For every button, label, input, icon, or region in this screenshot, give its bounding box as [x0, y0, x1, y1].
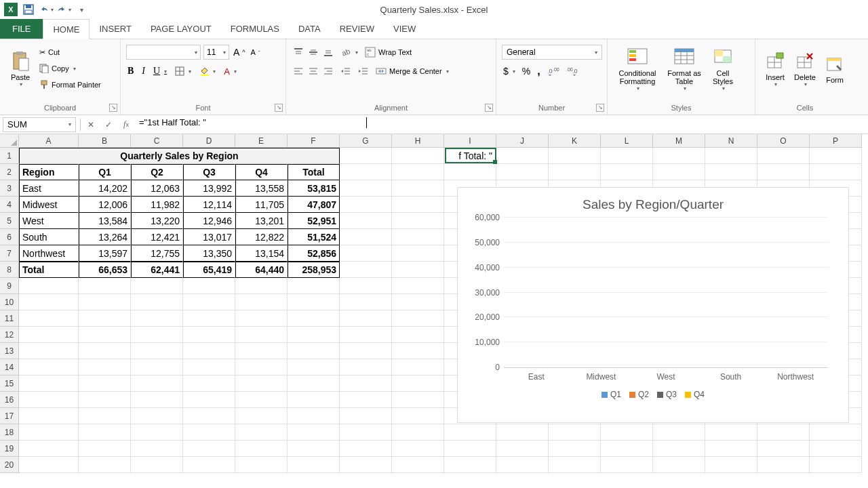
cell[interactable]: Region — [19, 164, 79, 180]
cell[interactable] — [288, 343, 340, 359]
row-header[interactable]: 12 — [0, 327, 19, 343]
tab-home[interactable]: HOME — [43, 19, 90, 39]
cell[interactable] — [496, 441, 549, 457]
cell[interactable] — [79, 310, 131, 327]
format-cells-button[interactable]: Form — [821, 52, 849, 85]
col-header[interactable]: D — [183, 134, 235, 148]
col-header[interactable]: E — [235, 134, 288, 148]
cell[interactable] — [183, 294, 235, 310]
row-header[interactable]: 13 — [0, 343, 19, 359]
cell[interactable] — [288, 457, 340, 473]
cancel-formula-icon[interactable]: ✕ — [82, 117, 100, 132]
cell[interactable] — [288, 278, 340, 294]
cell[interactable] — [810, 164, 862, 180]
cell[interactable] — [131, 278, 183, 294]
cell[interactable] — [601, 457, 653, 473]
cell[interactable] — [757, 441, 810, 457]
col-header[interactable]: M — [653, 134, 705, 148]
cell[interactable] — [131, 457, 183, 473]
formula-input[interactable]: ="1st Half Total: " — [135, 117, 868, 132]
cell[interactable] — [392, 197, 444, 213]
align-left-icon[interactable] — [292, 64, 305, 79]
cell[interactable] — [288, 359, 340, 375]
cell[interactable]: 13,558 — [235, 180, 288, 197]
font-dialog-launcher[interactable]: ↘ — [275, 104, 283, 112]
cell[interactable]: 13,154 — [235, 245, 288, 262]
cell[interactable] — [392, 262, 444, 278]
cell[interactable] — [235, 408, 288, 424]
row-header[interactable]: 19 — [0, 441, 19, 457]
conditional-formatting-button[interactable]: ConditionalFormatting▾ — [613, 45, 662, 93]
cell-styles-button[interactable]: CellStyles▾ — [707, 45, 739, 93]
font-size-dropdown[interactable]: 11▾ — [203, 45, 229, 60]
merge-center-button[interactable]: Merge & Center▾ — [374, 64, 461, 79]
col-header[interactable]: F — [288, 134, 340, 148]
cell[interactable] — [183, 424, 235, 441]
font-name-dropdown[interactable]: ▾ — [126, 45, 201, 60]
cell[interactable] — [235, 343, 288, 359]
cell[interactable] — [340, 375, 392, 392]
cell[interactable]: 12,006 — [79, 197, 131, 213]
paste-button[interactable]: Paste ▾ — [5, 49, 35, 89]
col-header[interactable]: O — [757, 134, 810, 148]
cell[interactable]: 52,951 — [288, 213, 340, 229]
cell[interactable] — [183, 375, 235, 392]
decrease-decimal-icon[interactable]: .00.0 — [565, 64, 580, 79]
spreadsheet-grid[interactable]: ABCDEFGHIJKLMNOP 12345678910111213141516… — [0, 134, 868, 473]
cell[interactable] — [183, 343, 235, 359]
cell[interactable] — [235, 392, 288, 408]
cell[interactable]: 65,419 — [183, 262, 235, 278]
cell[interactable] — [288, 392, 340, 408]
cell[interactable]: Quarterly Sales by Region — [19, 148, 340, 164]
cell[interactable] — [392, 457, 444, 473]
cell[interactable]: 13,201 — [235, 213, 288, 229]
cell[interactable] — [392, 180, 444, 197]
cell[interactable] — [496, 148, 549, 164]
cell[interactable]: 13,264 — [79, 229, 131, 245]
cell[interactable]: 66,653 — [79, 262, 131, 278]
accounting-format-button[interactable]: $▾ — [502, 64, 517, 79]
cell[interactable] — [79, 441, 131, 457]
cell[interactable] — [235, 424, 288, 441]
cell[interactable] — [392, 408, 444, 424]
increase-decimal-icon[interactable]: .0.00 — [546, 64, 561, 79]
cell[interactable] — [340, 408, 392, 424]
row-header[interactable]: 17 — [0, 408, 19, 424]
delete-cells-button[interactable]: Delete▾ — [791, 49, 819, 89]
cell[interactable] — [392, 229, 444, 245]
cell[interactable] — [19, 359, 79, 375]
cell[interactable] — [131, 327, 183, 343]
row-header[interactable]: 11 — [0, 310, 19, 327]
col-header[interactable]: C — [131, 134, 183, 148]
cell[interactable] — [444, 424, 496, 441]
row-header[interactable]: 16 — [0, 392, 19, 408]
tab-page-layout[interactable]: PAGE LAYOUT — [141, 19, 221, 39]
cell[interactable] — [79, 408, 131, 424]
number-dialog-launcher[interactable]: ↘ — [596, 104, 604, 112]
cell[interactable] — [653, 441, 705, 457]
cell[interactable] — [757, 424, 810, 441]
tab-file[interactable]: FILE — [0, 19, 43, 39]
cell[interactable] — [340, 229, 392, 245]
row-header[interactable]: 20 — [0, 457, 19, 473]
align-center-icon[interactable] — [307, 64, 320, 79]
cell[interactable] — [340, 148, 392, 164]
cell[interactable] — [288, 441, 340, 457]
active-cell[interactable]: f Total: " — [445, 148, 496, 163]
cell[interactable]: 12,063 — [131, 180, 183, 197]
cell[interactable] — [340, 392, 392, 408]
cell[interactable]: 62,441 — [131, 262, 183, 278]
cell[interactable] — [705, 441, 757, 457]
cell[interactable] — [340, 441, 392, 457]
row-header[interactable]: 3 — [0, 180, 19, 197]
align-middle-icon[interactable] — [307, 45, 320, 60]
increase-font-icon[interactable]: A^ — [232, 45, 247, 60]
cell[interactable]: Q3 — [183, 164, 235, 180]
cell[interactable]: East — [19, 180, 79, 197]
cell[interactable] — [601, 164, 653, 180]
row-header[interactable]: 8 — [0, 262, 19, 278]
cell[interactable] — [79, 359, 131, 375]
cell[interactable]: 11,982 — [131, 197, 183, 213]
cell[interactable] — [340, 164, 392, 180]
cell[interactable] — [340, 327, 392, 343]
